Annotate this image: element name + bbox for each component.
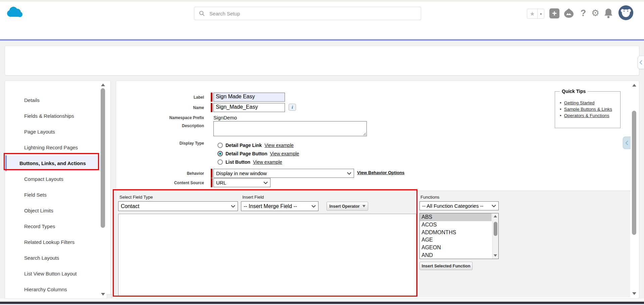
salesforce-logo[interactable] — [5, 6, 23, 20]
select-field-type-label: Select Field Type — [119, 195, 153, 200]
quick-tips-box: Quick Tips Getting Started Sample Button… — [555, 91, 621, 128]
radio-detail-page-link[interactable] — [217, 143, 223, 148]
content-scroll-up-icon[interactable] — [632, 84, 636, 87]
function-category-select[interactable]: -- All Function Categories -- — [419, 201, 499, 210]
label-input[interactable]: Sign Made Easy — [213, 93, 285, 102]
function-item-age[interactable]: AGE — [420, 236, 492, 244]
chevron-down-icon — [231, 205, 235, 208]
radio-list-button[interactable] — [217, 159, 223, 165]
radio-detail-page-button[interactable] — [217, 151, 223, 156]
scroll-up-icon[interactable] — [494, 215, 497, 217]
function-item-and[interactable]: AND — [420, 252, 492, 259]
function-item-ageon[interactable]: AGEON — [420, 244, 492, 252]
sidebar-item-details[interactable]: Details — [10, 92, 104, 108]
functions-label: Functions — [420, 195, 439, 200]
favorites-control: ★ ▾ — [527, 9, 544, 19]
content-source-select[interactable]: URL — [213, 178, 270, 187]
functions-listbox: ABS ACOS ADDMONTHS AGE AGEON AND — [419, 213, 499, 259]
trailhead-icon[interactable] — [563, 8, 575, 19]
sidebar-item-label: Lightning Record Pages — [24, 145, 78, 150]
radio-option-label: Detail Page Button — [226, 151, 267, 156]
content-scroll-down-icon[interactable] — [632, 292, 636, 295]
display-type-option-detail-page-button: Detail Page Button View example — [217, 150, 299, 157]
behavior-select[interactable]: Display in new window — [213, 169, 354, 178]
sidebar-item-label: Page Layouts — [24, 129, 55, 135]
scrollbar-thumb[interactable] — [494, 222, 497, 236]
sidebar-item-hierarchy-columns[interactable]: Hierarchy Columns — [10, 282, 104, 297]
bottom-bar — [0, 302, 644, 304]
notifications-bell-icon[interactable] — [603, 8, 613, 18]
insert-field-select[interactable]: -- Insert Merge Field -- — [241, 201, 318, 211]
sidebar-item-compact-layouts[interactable]: Compact Layouts — [10, 171, 104, 187]
sidebar-item-field-sets[interactable]: Field Sets — [10, 187, 104, 203]
view-example-link[interactable]: View example — [253, 159, 282, 165]
description-textarea[interactable] — [213, 121, 367, 136]
quick-tip-item: Operators & Functions — [560, 112, 612, 119]
global-search[interactable] — [194, 7, 421, 20]
sidebar-item-related-lookup-filters[interactable]: Related Lookup Filters — [10, 234, 104, 250]
quick-tip-item: Getting Started — [560, 100, 612, 106]
function-item-addmonths[interactable]: ADDMONTHS — [420, 229, 492, 237]
resize-handle-icon[interactable] — [363, 132, 366, 136]
radio-option-label: Detail Page Link — [226, 143, 262, 148]
insert-selected-function-label: Insert Selected Function — [422, 264, 470, 268]
view-example-link[interactable]: View example — [270, 151, 299, 156]
display-type-option-list-button: List Button View example — [217, 159, 282, 165]
chevron-down-icon — [347, 172, 351, 175]
sidebar-scroll-down-icon[interactable] — [101, 293, 105, 296]
getting-started-link[interactable]: Getting Started — [564, 100, 595, 105]
sidebar-scrollbar-thumb[interactable] — [101, 88, 105, 228]
sidebar-item-buttons-links-actions[interactable]: Buttons, Links, and Actions — [5, 155, 104, 171]
formula-textarea[interactable] — [118, 214, 416, 296]
view-behavior-options-link[interactable]: View Behavior Options — [357, 170, 404, 175]
behavior-label: Behavior — [150, 171, 204, 176]
insert-selected-function-button[interactable]: Insert Selected Function — [419, 262, 473, 270]
user-avatar[interactable] — [618, 5, 633, 20]
label-field-label: Label — [150, 95, 204, 100]
scroll-down-icon[interactable] — [494, 254, 497, 257]
sidebar-item-search-layouts[interactable]: Search Layouts — [10, 250, 104, 266]
favorite-star-icon[interactable]: ★ — [527, 9, 537, 18]
sidebar-item-label: Compact Layouts — [24, 176, 63, 182]
setup-gear-icon[interactable]: ⚙ — [590, 7, 601, 19]
name-input[interactable]: Sign_Made_Easy — [213, 103, 285, 112]
sidebar-item-object-limits[interactable]: Object Limits — [10, 203, 104, 218]
chevron-left-icon — [625, 141, 629, 145]
field-type-select[interactable]: Contact — [118, 201, 238, 211]
caret-down-icon — [362, 205, 365, 207]
sidebar-item-label: List View Button Layout — [24, 271, 77, 276]
required-bar — [211, 93, 212, 102]
insert-operator-label: Insert Operator — [329, 204, 359, 209]
chevron-down-icon — [492, 205, 496, 207]
help-icon[interactable]: ? — [579, 7, 588, 19]
sidebar-item-label: Object Limits — [24, 208, 53, 213]
search-input[interactable] — [209, 10, 416, 17]
search-icon — [199, 10, 205, 16]
insert-operator-button[interactable]: Insert Operator — [327, 202, 368, 211]
required-bar — [211, 178, 212, 187]
sidebar-item-page-layouts[interactable]: Page Layouts — [10, 124, 104, 140]
functions-scrollbar[interactable] — [492, 213, 498, 259]
function-item-abs[interactable]: ABS — [420, 213, 492, 221]
operators-functions-link[interactable]: Operators & Functions — [564, 113, 609, 118]
favorites-caret-icon[interactable]: ▾ — [537, 9, 544, 18]
salesforce-setup-page: ★ ▾ + ? ⚙ Setup Home Object Manager — [0, 0, 644, 305]
info-icon[interactable]: i — [289, 104, 296, 111]
collapse-panel-tab[interactable] — [638, 56, 644, 69]
sidebar-scroll-up-icon[interactable] — [101, 84, 105, 86]
object-sidebar: Details Fields & Relationships Page Layo… — [5, 81, 111, 299]
sidebar-item-record-types[interactable]: Record Types — [10, 218, 104, 234]
sidebar-item-fields-relationships[interactable]: Fields & Relationships — [10, 108, 104, 124]
page-header-card: SETUP>OBJECT MANAGER Contact — [5, 46, 639, 75]
sample-buttons-links-link[interactable]: Sample Buttons & Links — [564, 107, 612, 112]
help-panel-tab[interactable] — [623, 137, 631, 149]
name-field-label: Name — [150, 105, 204, 110]
function-item-acos[interactable]: ACOS — [420, 221, 492, 229]
sidebar-item-label: Record Types — [24, 223, 55, 229]
content-scrollbar-thumb[interactable] — [632, 111, 636, 235]
sidebar-item-lightning-record-pages[interactable]: Lightning Record Pages — [10, 140, 104, 155]
view-example-link[interactable]: View example — [264, 143, 294, 148]
sidebar-item-list-view-button-layout[interactable]: List View Button Layout — [10, 266, 104, 282]
bottom-gap — [0, 299, 644, 302]
quick-add-icon[interactable]: + — [549, 8, 559, 18]
